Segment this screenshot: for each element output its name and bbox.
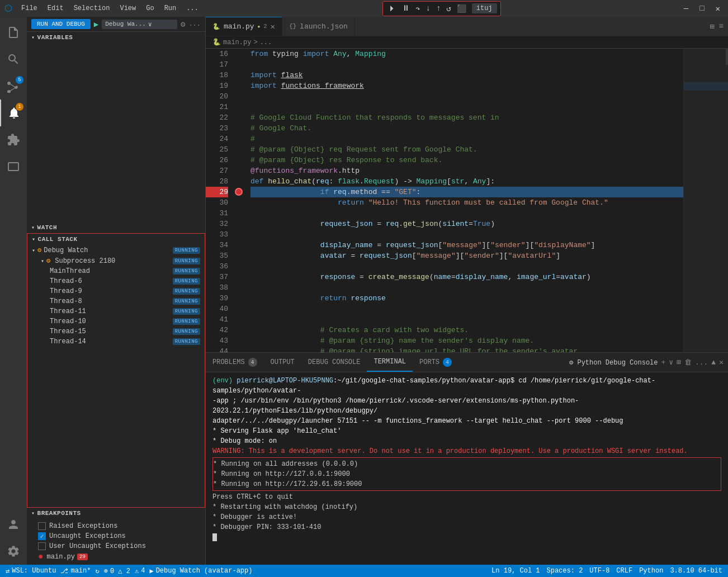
breakpoint-raised-exceptions[interactable]: Raised Exceptions: [27, 521, 205, 531]
add-terminal-button[interactable]: +: [661, 358, 665, 367]
callstack-thread-11[interactable]: Thread-11 RUNNING: [27, 306, 205, 316]
menu-file[interactable]: File: [17, 3, 42, 13]
thread-label: Thread-10: [50, 318, 173, 325]
callstack-subprocess-group[interactable]: ▾ ⚙ Subprocess 2180 RUNNING: [27, 256, 205, 266]
status-sync[interactable]: ↻: [95, 567, 99, 575]
callstack-thread-9[interactable]: Thread-9 RUNNING: [27, 286, 205, 296]
continue-button[interactable]: ⏵: [386, 3, 399, 14]
close-panel-button[interactable]: ✕: [719, 358, 724, 367]
more-terminal-button[interactable]: ...: [695, 358, 708, 367]
breakpoint-mainpy[interactable]: ● main.py 29: [27, 551, 205, 562]
callstack-section: ▾ CALL STACK ▾ ⚙ Debug Watch RUNNING ▾ ⚙…: [27, 233, 205, 508]
settings-gear-icon[interactable]: ⚙: [181, 20, 185, 29]
line-num-24: 24: [206, 134, 228, 144]
activity-remote-explorer[interactable]: [0, 153, 27, 180]
more-actions-button[interactable]: ≡: [719, 22, 724, 31]
stop-button[interactable]: ⬛: [455, 3, 469, 15]
callstack-group-debug-watch[interactable]: ▾ ⚙ Debug Watch RUNNING: [27, 245, 205, 256]
activity-settings[interactable]: [0, 538, 27, 565]
step-out-button[interactable]: ↑: [434, 3, 443, 14]
callstack-thread-14[interactable]: Thread-14 RUNNING: [27, 337, 205, 347]
status-eol[interactable]: CRLF: [616, 567, 632, 575]
tab-ports[interactable]: PORTS 4: [413, 353, 458, 372]
terminal-line-active: * Debugger is active!: [212, 512, 721, 522]
tab-debug-console[interactable]: DEBUG CONSOLE: [301, 353, 367, 372]
status-python-version[interactable]: 3.8.10 64-bit: [670, 567, 722, 575]
status-branch[interactable]: ⎇ main*: [60, 567, 91, 575]
run-debug-button[interactable]: RUN AND DEBUG: [31, 19, 91, 29]
callstack-thread-15[interactable]: Thread-15 RUNNING: [27, 327, 205, 337]
menu-view[interactable]: View: [115, 3, 140, 13]
code-line-25: # @param {Object} req Request sent from …: [250, 144, 683, 155]
callstack-thread-mainthread[interactable]: MainThread RUNNING: [27, 266, 205, 276]
line-num-35: 35: [206, 250, 228, 261]
status-warnings[interactable]: ⚠ 4: [135, 567, 145, 575]
line-num-34: 34: [206, 240, 228, 250]
terminal-content[interactable]: (env) pierrick@LAPTOP-HKU5PNNG:~/git/goo…: [206, 372, 728, 565]
tab-problems[interactable]: PROBLEMS 4: [206, 353, 264, 372]
status-wsl[interactable]: ⇄ WSL: Ubuntu: [6, 567, 56, 575]
status-encoding[interactable]: UTF-8: [589, 567, 609, 575]
code-content[interactable]: from typing import Any, Mapping import f…: [245, 49, 683, 352]
tab-main-py[interactable]: 🐍 main.py ● 2 ✕: [206, 17, 282, 36]
tab-close-button[interactable]: ✕: [270, 22, 275, 31]
problems-badge: 4: [248, 358, 257, 367]
split-editor-button[interactable]: ⊞: [710, 22, 714, 31]
status-position[interactable]: Ln 19, Col 1: [491, 567, 540, 575]
tab-launch-json[interactable]: {} launch.json: [282, 17, 355, 36]
watch-header[interactable]: ▾ WATCH: [27, 222, 205, 233]
json-file-icon: {}: [289, 23, 296, 30]
callstack-thread-8[interactable]: Thread-8 RUNNING: [27, 296, 205, 306]
breakpoint-uncaught-exceptions[interactable]: ✓ Uncaught Exceptions: [27, 531, 205, 541]
tab-output[interactable]: OUTPUT: [264, 353, 301, 372]
restart-button[interactable]: ↺: [444, 3, 453, 15]
menu-more[interactable]: ...: [182, 3, 203, 13]
callstack-header[interactable]: ▾ CALL STACK: [27, 234, 205, 245]
more-options-icon[interactable]: ...: [188, 20, 201, 28]
status-errors[interactable]: ⊗ 0 △ 2: [104, 567, 130, 575]
watch-chevron-icon: ▾: [31, 224, 35, 231]
activity-explorer[interactable]: [0, 19, 27, 46]
tab-terminal[interactable]: TERMINAL: [367, 353, 413, 372]
menu-selection[interactable]: Selection: [69, 3, 115, 13]
maximize-panel-button[interactable]: ▲: [711, 358, 716, 367]
menu-go[interactable]: Go: [141, 3, 158, 13]
raised-exceptions-label: Raised Exceptions: [49, 522, 117, 530]
breakpoints-label: BREAKPOINTS: [37, 510, 81, 517]
menu-run[interactable]: Run: [160, 3, 181, 13]
pause-button[interactable]: ⏸: [400, 3, 412, 14]
step-over-button[interactable]: ↷: [413, 3, 422, 15]
close-button[interactable]: ✕: [712, 3, 724, 15]
raised-exceptions-checkbox[interactable]: [38, 522, 46, 530]
clear-terminal-button[interactable]: 🗑: [684, 358, 692, 367]
breakpoint-user-uncaught[interactable]: User Uncaught Exceptions: [27, 541, 205, 551]
uncaught-exceptions-checkbox[interactable]: ✓: [38, 532, 46, 540]
variables-header[interactable]: ▾ VARIABLES: [27, 32, 205, 43]
menu-edit[interactable]: Edit: [43, 3, 68, 13]
activity-accounts[interactable]: [0, 511, 27, 538]
callstack-thread-10[interactable]: Thread-10 RUNNING: [27, 316, 205, 327]
debug-config-select[interactable]: Debug Wa... ∨: [102, 20, 177, 29]
activity-source-control[interactable]: 5: [0, 73, 27, 100]
callstack-thread-6[interactable]: Thread-6 RUNNING: [27, 276, 205, 286]
activity-extensions[interactable]: [0, 126, 27, 153]
status-debug-session[interactable]: ▶ Debug Watch (avatar-app): [149, 567, 252, 575]
status-spaces[interactable]: Spaces: 2: [547, 567, 583, 575]
activity-debug[interactable]: 1: [0, 100, 27, 126]
output-label: OUTPUT: [271, 358, 295, 366]
breadcrumb-filename[interactable]: main.py: [223, 39, 251, 46]
maximize-button[interactable]: □: [696, 3, 707, 14]
minimize-button[interactable]: —: [680, 3, 692, 14]
callstack-label: CALL STACK: [38, 236, 78, 243]
user-uncaught-checkbox[interactable]: [38, 542, 46, 550]
subprocess-running-badge: RUNNING: [173, 258, 200, 264]
terminal-dropdown-button[interactable]: ∨: [669, 358, 673, 367]
status-language[interactable]: Python: [639, 567, 663, 575]
breakpoints-header[interactable]: ▾ BREAKPOINTS: [27, 508, 205, 519]
activity-search[interactable]: [0, 46, 27, 73]
line-num-31: 31: [206, 208, 228, 219]
split-terminal-button[interactable]: ⊞: [677, 358, 681, 367]
sidebar: RUN AND DEBUG ▶ Debug Wa... ∨ ⚙ ... ▾ VA…: [27, 17, 206, 565]
step-into-button[interactable]: ↓: [424, 3, 433, 14]
spaces-label: Spaces: 2: [547, 567, 583, 575]
